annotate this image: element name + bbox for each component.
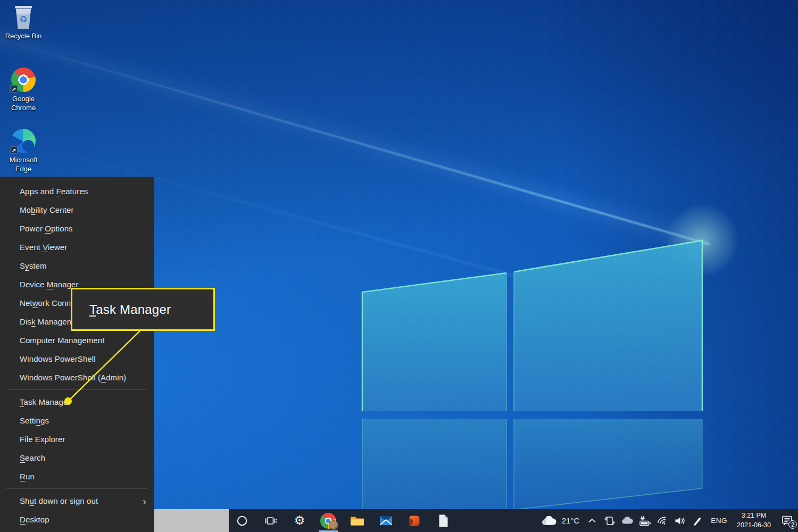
chrome-profile-avatar: [329, 520, 338, 530]
taskbar-icon-settings[interactable]: ⚙: [287, 509, 312, 532]
label: Settings: [20, 416, 49, 425]
tray-icons: [585, 509, 704, 532]
label: Windows PowerShell (Admin): [20, 373, 126, 382]
tray-wifi[interactable]: [655, 509, 669, 532]
label: Task Manager: [89, 302, 171, 317]
menu-item-settings[interactable]: Settings: [0, 411, 154, 430]
rotation-lock-icon: [603, 514, 616, 527]
gear-icon: ⚙: [294, 514, 305, 527]
label: Mobility Center: [20, 205, 74, 214]
menu-item-task-manager[interactable]: Task Manager: [0, 393, 154, 411]
shortcut-arrow-icon: ↗: [10, 146, 18, 154]
label: Apps and Features: [20, 187, 88, 196]
windows-desktop: ♻Recycle Bin↗Google Chrome↗Microsoft Edg…: [0, 0, 798, 532]
taskbar-icon-task-view[interactable]: [259, 509, 283, 532]
tray-battery-charging[interactable]: [638, 509, 652, 532]
chevron-right-icon: ›: [143, 496, 146, 506]
tray-rotation-lock[interactable]: [603, 509, 617, 532]
menu-item-file-explorer[interactable]: File Explorer: [0, 430, 154, 448]
wifi-icon: [656, 514, 669, 527]
menu-item-power-options[interactable]: Power Options: [0, 219, 154, 238]
task-manager-callout: Task Manager: [71, 288, 215, 331]
menu-item-desktop[interactable]: Desktop: [0, 510, 154, 529]
menu-item-apps-and-features[interactable]: Apps and Features: [0, 182, 154, 201]
task-view-icon: [264, 514, 278, 527]
svg-text:♻: ♻: [19, 14, 27, 24]
notification-badge: 2: [788, 520, 797, 529]
menu-item-run[interactable]: Run: [0, 467, 154, 486]
desktop-icon-recycle-bin[interactable]: ♻Recycle Bin: [1, 3, 46, 41]
desktop-icon-label: Recycle Bin: [5, 32, 42, 41]
label: Windows PowerShell: [20, 354, 96, 363]
menu-item-mobility-center[interactable]: Mobility Center: [0, 201, 154, 219]
onedrive-cloud-icon: [620, 514, 634, 527]
weather-temp: 21°C: [562, 516, 580, 525]
office-icon: [408, 514, 421, 528]
taskbar-icon-file-explorer[interactable]: [345, 509, 369, 532]
menu-item-windows-powershell-admin[interactable]: Windows PowerShell (Admin): [0, 368, 154, 387]
folder-icon: [350, 514, 365, 527]
mail-envelope-icon: [379, 514, 393, 527]
volume-icon: [674, 514, 686, 527]
menu-item-search[interactable]: Search: [0, 448, 154, 467]
desktop-icon-label: Google Chrome: [1, 95, 46, 113]
desktop-icon-label: Microsoft Edge: [1, 156, 46, 174]
tray-volume[interactable]: [673, 509, 687, 532]
menu-item-shut-down-or-sign-out[interactable]: Shut down or sign out›: [0, 492, 154, 510]
tray-language[interactable]: ENG: [708, 517, 730, 525]
weather-widget[interactable]: 21°C: [538, 509, 582, 532]
cloud-icon: [541, 514, 558, 527]
taskbar-icon-mail[interactable]: [373, 509, 398, 532]
recycle-bin-icon: ♻: [11, 4, 36, 30]
battery-charging-icon: [638, 514, 652, 527]
recycle-bin-art: ♻: [10, 3, 37, 31]
taskbar-icon-document[interactable]: [431, 509, 455, 532]
edge-art: ↗: [10, 127, 37, 155]
label: Run: [20, 472, 35, 481]
label: Power Options: [20, 224, 73, 233]
desktop-icon-microsoft-edge[interactable]: ↗Microsoft Edge: [1, 127, 46, 174]
clock-date: 2021-06-30: [737, 521, 771, 530]
tray-hidden-icons-chevron[interactable]: [585, 509, 599, 532]
label: File Explorer: [20, 435, 65, 444]
taskbar-icon-google-chrome[interactable]: [316, 509, 340, 532]
menu-separator: [6, 488, 147, 489]
pen-icon: [691, 514, 704, 527]
taskbar-icon-office[interactable]: [402, 509, 427, 532]
menu-item-computer-management[interactable]: Computer Management: [0, 331, 154, 350]
label: Device Manager: [20, 280, 79, 289]
label: Computer Management: [20, 336, 104, 345]
chevron-up-icon: [586, 514, 598, 527]
shortcut-arrow-icon: ↗: [10, 85, 18, 93]
clock-time: 3:21 PM: [737, 511, 771, 521]
taskbar-search-box[interactable]: [154, 509, 229, 532]
chrome-icon: [320, 513, 336, 529]
label: Event Viewer: [20, 243, 67, 252]
label: Desktop: [20, 515, 49, 524]
taskbar-app-icons: ⚙: [230, 509, 455, 532]
tray-onedrive[interactable]: [620, 509, 634, 532]
taskbar-icon-cortana[interactable]: [230, 509, 254, 532]
desktop-icon-google-chrome[interactable]: ↗Google Chrome: [1, 66, 46, 113]
chrome-art: ↗: [10, 66, 37, 94]
system-tray: 21°C ENG 3:21 PM 2021-06-30 2: [538, 509, 797, 532]
label: Search: [20, 453, 45, 462]
tray-windows-ink-pen[interactable]: [691, 509, 704, 532]
document-icon: [437, 513, 450, 528]
taskbar-clock[interactable]: 3:21 PM 2021-06-30: [734, 511, 774, 530]
label: System: [20, 261, 47, 270]
menu-item-event-viewer[interactable]: Event Viewer: [0, 238, 154, 256]
winx-menu: Apps and FeaturesMobility CenterPower Op…: [0, 177, 154, 532]
action-center-button[interactable]: 2: [778, 509, 797, 532]
menu-item-windows-powershell[interactable]: Windows PowerShell: [0, 350, 154, 368]
label: Task Manager: [20, 397, 70, 406]
menu-item-system[interactable]: System: [0, 256, 154, 275]
cortana-circle-icon: [236, 514, 248, 527]
label: Shut down or sign out: [20, 496, 98, 505]
menu-separator: [6, 389, 147, 390]
